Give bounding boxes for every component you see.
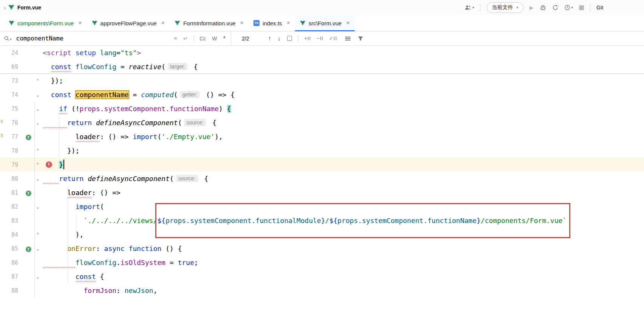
code-text[interactable]: }); [43,74,644,88]
debug-button[interactable] [540,5,546,11]
code-text[interactable]: const componentName = computed(getter: (… [43,88,644,102]
line-number[interactable]: 75 [0,105,18,112]
remove-occurrence-icon[interactable]: −II [317,36,323,41]
run-config-selector[interactable]: 当前文件 ▾ [486,2,524,13]
line-number[interactable]: 84 [0,231,18,238]
search-icon[interactable]: ▾ [4,36,12,41]
whole-words-toggle[interactable]: W [212,36,217,42]
code-line-80[interactable]: 80⌄ return defineAsyncComponent(source: … [0,172,644,186]
code-text[interactable]: loader: () => [43,186,644,200]
line-number[interactable]: 24 [0,50,18,56]
filter-lines-icon[interactable] [345,36,351,41]
coverage-button[interactable] [552,5,558,11]
fold-marker[interactable]: ⌃ [34,78,42,84]
error-icon[interactable]: ! [46,161,52,168]
code-line-77[interactable]: 577↑ loader: () => import('./Empty.vue')… [0,130,644,144]
fold-marker[interactable]: ⌃ [34,148,42,153]
prev-match-icon[interactable]: ↑ [268,35,271,42]
fold-marker[interactable]: ⌄ [34,106,42,112]
line-number[interactable]: 80 [0,175,18,182]
code-text[interactable]: `./../../../views/${props.systemComponen… [43,214,644,228]
code-line-88[interactable]: 88 formJson: newJson, [0,284,644,298]
code-line-76[interactable]: 676⌄ return defineAsyncComponent(source:… [0,116,644,130]
code-line-74[interactable]: 74⌄ const componentName = computed(gette… [0,88,644,102]
code-line-86[interactable]: 86 flowConfig.isOldSystem = true; [0,256,644,270]
git-widget[interactable]: Git [596,5,603,11]
line-number[interactable]: 78 [0,147,18,154]
code-line-87[interactable]: 87⌄ const { [0,270,644,284]
code-text[interactable]: formJson: newJson, [43,284,644,298]
close-icon[interactable]: × [240,20,244,26]
select-all-occurrences-icon[interactable]: ✓II [329,36,337,41]
tab-approveflowpage.vue[interactable]: approveFlowPage.vue× [87,15,170,31]
close-icon[interactable]: × [161,20,165,26]
parameter-hint[interactable]: target: [167,63,188,70]
tab-index.ts[interactable]: TSindex.ts× [249,15,295,31]
line-number[interactable]: 74 [0,91,18,98]
tab-components-form.vue[interactable]: components\Form.vue× [4,15,87,31]
code-text[interactable]: const { [43,270,644,284]
code-text[interactable]: import( [43,200,644,214]
line-number[interactable]: 73 [0,78,18,84]
line-number[interactable]: 82 [0,203,18,210]
code-text[interactable]: return defineAsyncComponent(source: { [43,116,644,130]
search-field[interactable]: ▾ componentName × ↵ CcW* [0,31,231,45]
line-number[interactable]: 81 [0,189,18,196]
line-number[interactable]: 69 [0,64,18,70]
code-text[interactable]: ), [43,228,644,242]
run-button[interactable]: ▶ [530,5,534,11]
fold-marker[interactable]: ⌄ [34,120,42,126]
line-number[interactable]: 79 [0,161,18,168]
fold-marker[interactable]: ⌃ [34,232,42,237]
fold-marker[interactable]: ⌄ [34,176,42,181]
code-text[interactable]: return defineAsyncComponent(source: { [43,172,644,186]
parameter-hint[interactable]: getter: [180,91,200,98]
code-line-82[interactable]: 82⌄ import( [0,200,644,214]
close-icon[interactable]: × [78,20,82,26]
filter-icon[interactable] [358,36,363,41]
parameter-hint[interactable]: source: [176,175,198,182]
code-line-81[interactable]: 81↑ loader: () => [0,186,644,200]
code-text[interactable]: onError: async function () { [43,242,644,256]
code-text[interactable]: if (!props.systemComponent.functionName)… [43,102,644,116]
code-line-78[interactable]: 78⌃ }); [0,144,644,158]
next-match-icon[interactable]: ↓ [277,35,280,42]
fold-marker[interactable]: ⌄ [34,246,42,251]
back-chevron-icon[interactable]: › [4,5,6,11]
code-text[interactable]: loader: () => import('./Empty.vue'), [43,130,644,144]
line-number[interactable]: 86 [0,259,18,266]
code-line-84[interactable]: 84⌃ ), [0,228,644,242]
collaboration-icon[interactable]: ▾ [465,5,474,11]
profiler-button[interactable]: ▾ [564,5,573,11]
close-icon[interactable]: × [346,20,349,26]
newline-icon[interactable]: ↵ [183,35,188,42]
code-text[interactable]: flowConfig.isOldSystem = true; [43,256,644,270]
regex-toggle[interactable]: * [223,37,226,40]
tab-forminformation.vue[interactable]: FormInformation.vue× [170,15,249,31]
code-line-69[interactable]: 69 const flowConfig = reactive(target: { [0,60,644,74]
line-number[interactable]: 85 [0,245,18,252]
search-input[interactable]: componentName [16,35,63,42]
line-number[interactable]: 87 [0,273,18,280]
parameter-hint[interactable]: source: [184,119,207,126]
overridden-marker-icon[interactable]: ↑ [26,191,31,196]
code-line-79[interactable]: 79⌃! } [0,158,644,172]
code-text[interactable]: const flowConfig = reactive(target: { [43,60,644,74]
code-line-85[interactable]: 85↑⌄ onError: async function () { [0,242,644,256]
fold-marker[interactable]: ⌄ [34,274,42,279]
clear-search-icon[interactable]: × [174,35,178,42]
code-line-73[interactable]: 73⌃ }); [0,74,644,88]
overridden-marker-icon[interactable]: ↑ [26,246,31,252]
code-text[interactable]: <script setup lang="ts"> [43,46,644,60]
code-text[interactable]: ! } [43,158,644,172]
line-number[interactable]: 88 [0,287,18,294]
fold-marker[interactable]: ⌃ [34,162,42,167]
fold-marker[interactable]: ⌄ [34,92,42,98]
close-icon[interactable]: × [287,20,290,26]
code-line-75[interactable]: 75⌄ if (!props.systemComponent.functionN… [0,102,644,116]
stop-button[interactable] [579,5,584,10]
add-occurrence-icon[interactable]: +II [304,36,311,41]
match-case-toggle[interactable]: Cc [199,36,206,42]
code-line-83[interactable]: 83 `./../../../views/${props.systemCompo… [0,214,644,228]
fold-marker[interactable]: ⌄ [34,204,42,209]
